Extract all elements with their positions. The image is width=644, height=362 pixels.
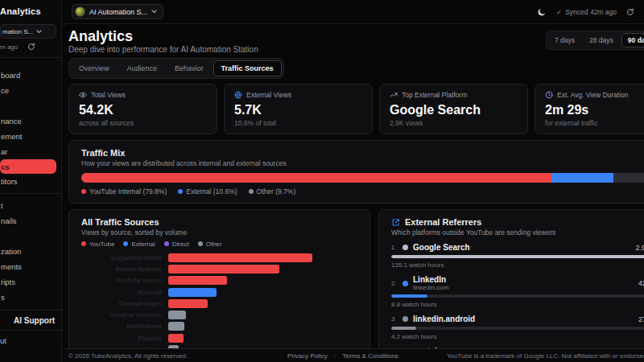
refresh-icon[interactable] bbox=[626, 8, 634, 16]
footer: © 2026 TubeAnalytics. All rights reserve… bbox=[62, 348, 644, 362]
referrer-progress-track bbox=[391, 294, 644, 298]
sidebar-item[interactable]: nance bbox=[0, 113, 61, 129]
sidebar-nav-primary: boardcenanceementarcstitors bbox=[0, 68, 61, 189]
chart-bar[interactable] bbox=[168, 299, 208, 308]
referrer-row[interactable]: 3linkedin.android273 views4.2 watch hour… bbox=[391, 315, 644, 340]
sidebar-divider bbox=[0, 193, 61, 194]
referrer-name-box: LinkedInlinkedin.com bbox=[413, 275, 448, 291]
sidebar-item[interactable] bbox=[0, 228, 61, 244]
referrer-progress-track bbox=[391, 327, 644, 330]
stat-sublabel: 10.6% of total bbox=[234, 119, 362, 127]
clock-icon bbox=[545, 91, 553, 99]
sidebar-nav-secondary: tnailszationmentsriptss bbox=[0, 198, 61, 305]
stat-card-header: Total Views bbox=[79, 91, 207, 99]
chart-bar[interactable] bbox=[168, 334, 184, 343]
legend-item: Other bbox=[198, 241, 222, 248]
sources-title: All Traffic Sources bbox=[81, 217, 357, 227]
stat-cards-row: Total Views54.2Kacross all sourcesExtern… bbox=[68, 84, 644, 134]
sidebar-item[interactable]: ce bbox=[0, 83, 61, 98]
chart-bar[interactable] bbox=[168, 276, 227, 285]
globe-icon bbox=[234, 91, 242, 99]
sidebar-item[interactable]: nails bbox=[0, 213, 61, 228]
stat-value: 54.2K bbox=[79, 102, 207, 117]
tab-overview[interactable]: Overview bbox=[71, 60, 118, 76]
sidebar-channel-selector[interactable]: mation S... bbox=[0, 24, 56, 39]
check-icon: ✓ bbox=[556, 8, 562, 16]
tab-traffic-sources[interactable]: Traffic Sources bbox=[213, 60, 282, 76]
date-range-button[interactable]: 90 days bbox=[621, 33, 644, 47]
date-range-button[interactable]: 7 days bbox=[548, 33, 581, 47]
sidebar-sync-status: m ago bbox=[0, 43, 61, 51]
chart-bar[interactable] bbox=[168, 288, 217, 297]
referrer-row[interactable]: 1Google Search2.9K views135.1 watch hour… bbox=[391, 243, 644, 269]
stat-card: External Views5.7K10.6% of total bbox=[224, 84, 373, 134]
stat-label: Top External Platform bbox=[402, 91, 467, 99]
refresh-icon[interactable] bbox=[27, 43, 35, 51]
referrer-row-header: 2LinkedInlinkedin.com425 views bbox=[391, 275, 644, 291]
referrer-rank: 3 bbox=[391, 315, 398, 323]
referrer-row-header: 3linkedin.android273 views bbox=[391, 315, 644, 323]
referrer-domain: linkedin.com bbox=[413, 284, 448, 291]
footer-link[interactable]: Privacy Policy bbox=[287, 352, 328, 360]
referrer-row[interactable]: 2LinkedInlinkedin.com425 views8.8 watch … bbox=[391, 275, 644, 308]
sidebar-item[interactable]: ripts bbox=[0, 274, 61, 290]
referrer-watch-hours: 4.2 watch hours bbox=[391, 333, 644, 340]
traffic-mix-subtitle: How your views are distributed across in… bbox=[81, 159, 644, 167]
sidebar-item[interactable]: board bbox=[0, 68, 61, 83]
sidebar-item[interactable]: s bbox=[0, 290, 61, 305]
chart-row: YouTube search bbox=[81, 275, 357, 286]
chart-bar[interactable] bbox=[168, 253, 312, 262]
traffic-mix-stacked-bar bbox=[81, 173, 644, 183]
stat-label: Ext. Avg. View Duration bbox=[557, 91, 629, 99]
channel-selector[interactable]: AI Automation S... bbox=[72, 4, 163, 19]
legend-dot bbox=[249, 189, 254, 194]
footer-link[interactable]: Terms & Conditions bbox=[342, 352, 398, 360]
sidebar-item[interactable]: ments bbox=[0, 259, 61, 274]
sources-legend: YouTubeExternalDirectOther bbox=[81, 241, 357, 248]
dark-mode-toggle-moon-icon[interactable] bbox=[537, 7, 547, 17]
traffic-mix-title: Traffic Mix bbox=[81, 148, 644, 158]
referrer-progress-track bbox=[391, 255, 644, 258]
legend-dot bbox=[123, 241, 128, 246]
sidebar-item[interactable] bbox=[0, 98, 61, 113]
sidebar-item[interactable]: zation bbox=[0, 244, 61, 259]
analytics-tabs: OverviewAudienceBehaviorTraffic Sources bbox=[68, 58, 284, 79]
legend-dot bbox=[81, 189, 86, 194]
tab-audience[interactable]: Audience bbox=[119, 60, 166, 76]
stat-sublabel: across all sources bbox=[79, 119, 207, 127]
external-link-icon bbox=[391, 218, 400, 227]
stat-card-header: External Views bbox=[234, 91, 362, 99]
chart-row: Browse features bbox=[81, 263, 357, 274]
chart-bar-label: YouTube search bbox=[81, 277, 168, 284]
referrer-name-box: linkedin.android bbox=[413, 315, 475, 323]
sidebar-item[interactable]: t bbox=[0, 198, 61, 213]
tab-behavior[interactable]: Behavior bbox=[167, 60, 212, 76]
chevron-down-icon bbox=[36, 30, 42, 34]
sidebar-bottom-item[interactable]: ut bbox=[0, 332, 61, 348]
legend-dot bbox=[164, 241, 169, 246]
sidebar-item[interactable]: titors bbox=[0, 174, 61, 189]
legend-label: External (10.6%) bbox=[186, 187, 237, 195]
traffic-mix-segment bbox=[81, 173, 551, 183]
sidebar-item[interactable]: cs bbox=[0, 159, 56, 174]
sidebar-item[interactable]: ar bbox=[0, 144, 61, 159]
stat-sublabel: for external traffic bbox=[545, 119, 644, 127]
referrer-name: Google Search bbox=[413, 243, 470, 252]
traffic-mix-segment bbox=[551, 173, 614, 183]
ai-support-button[interactable]: AI Support bbox=[0, 310, 61, 331]
platform-dot-icon bbox=[402, 281, 408, 286]
referrer-rank: 1 bbox=[391, 244, 398, 251]
sidebar-item[interactable]: ement bbox=[0, 129, 61, 144]
date-range-button[interactable]: 28 days bbox=[583, 33, 620, 47]
legend-item: Other (9.7%) bbox=[249, 187, 296, 195]
chart-bar[interactable] bbox=[168, 311, 186, 319]
legend-label: Direct bbox=[172, 241, 189, 248]
stat-label: External Views bbox=[246, 91, 291, 99]
chart-row: Notifications bbox=[81, 321, 357, 332]
referrer-progress-fill bbox=[391, 294, 427, 298]
chart-bar[interactable] bbox=[168, 322, 184, 331]
chart-bar[interactable] bbox=[168, 265, 279, 274]
chart-bar-label: External bbox=[81, 289, 168, 296]
stat-card-header: Top External Platform bbox=[390, 91, 518, 99]
sources-subtitle: Views by source, sorted by volume bbox=[81, 228, 357, 237]
